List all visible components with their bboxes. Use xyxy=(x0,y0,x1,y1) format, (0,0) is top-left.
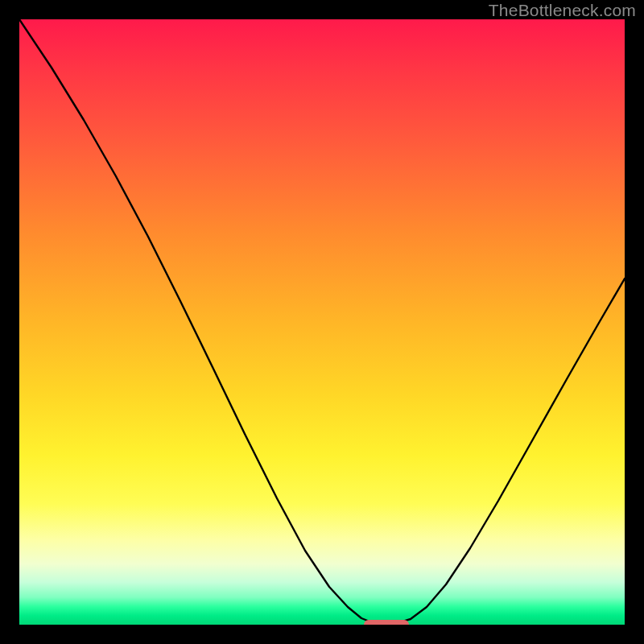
chart-frame: TheBottleneck.com xyxy=(0,0,644,644)
optimum-marker xyxy=(364,620,409,625)
watermark-text: TheBottleneck.com xyxy=(489,1,636,20)
plot-area xyxy=(19,19,625,625)
curve-line xyxy=(19,19,625,624)
bottleneck-curve xyxy=(19,19,625,625)
